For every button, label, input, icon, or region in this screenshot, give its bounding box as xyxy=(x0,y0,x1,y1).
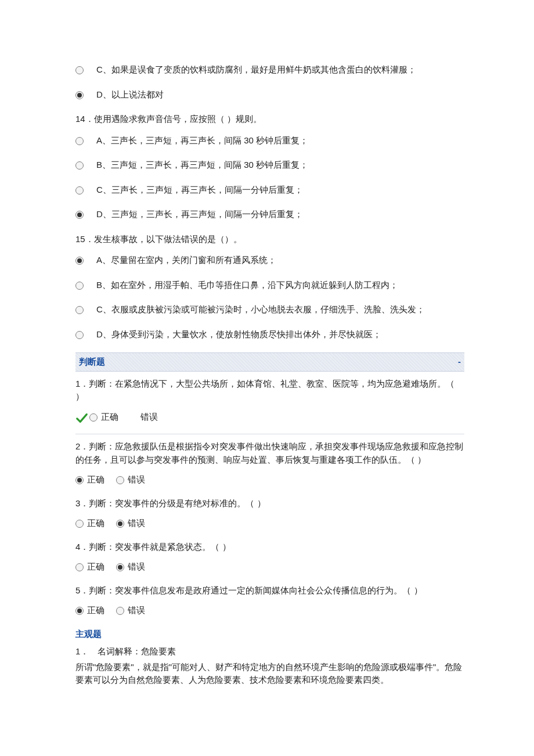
judge-section-title: 判断题 xyxy=(79,355,105,369)
true-label: 正确 xyxy=(87,604,104,617)
radio-icon-selected[interactable] xyxy=(75,257,84,265)
q15-stem: 15．发生核事故，以下做法错误的是（）。 xyxy=(75,233,464,246)
page: C、如果是误食了变质的饮料或防腐剂，最好是用鲜牛奶或其他含蛋白的饮料灌服； D、… xyxy=(0,0,534,724)
radio-icon-selected[interactable] xyxy=(116,520,124,528)
check-icon xyxy=(75,412,88,424)
radio-icon-selected[interactable] xyxy=(75,91,84,99)
subjective-section-title: 主观题 xyxy=(75,628,464,641)
subj1-body: 所谓"危险要素"，就是指"可能对人、财产和特定地方的自然环境产生影响的危险源或极… xyxy=(75,661,464,687)
option-text: C、如果是误食了变质的饮料或防腐剂，最好是用鲜牛奶或其他含蛋白的饮料灌服； xyxy=(96,63,416,77)
false-label: 错误 xyxy=(128,473,145,487)
radio-icon[interactable] xyxy=(75,66,84,74)
radio-icon[interactable] xyxy=(75,563,84,571)
q15-option-b[interactable]: B、如在室外，用湿手帕、毛巾等捂住口鼻，沿下风方向就近躲到人防工程内； xyxy=(75,279,464,292)
j2-stem: 2．判断：应急救援队伍是根据指令对突发事件做出快速响应，承担突发事件现场应急救援… xyxy=(75,440,464,466)
radio-icon-selected[interactable] xyxy=(75,211,84,219)
option-text: A、尽量留在室内，关闭门窗和所有通风系统； xyxy=(96,254,276,267)
true-label: 正确 xyxy=(87,473,104,487)
false-label: 错误 xyxy=(128,517,145,530)
q15-option-d[interactable]: D、身体受到污染，大量饮水，使放射性物质尽快排出体外，并尽快就医； xyxy=(75,328,464,341)
j1-stem: 1．判断：在紧急情况下，大型公共场所，如体育馆、礼堂、教室、医院等，均为应急避难… xyxy=(75,377,464,404)
j4-answer-row: 正确 错误 xyxy=(75,560,464,574)
radio-icon-selected[interactable] xyxy=(116,563,124,571)
radio-icon[interactable] xyxy=(116,607,124,615)
true-label: 正确 xyxy=(87,517,104,530)
option-text: D、身体受到污染，大量饮水，使放射性物质尽快排出体外，并尽快就医； xyxy=(96,328,381,341)
j5-stem: 5．判断：突发事件信息发布是政府通过一定的新闻媒体向社会公众传播信息的行为。（ … xyxy=(75,584,464,597)
radio-icon[interactable] xyxy=(75,161,84,170)
j3-stem: 3．判断：突发事件的分级是有绝对标准的。（ ） xyxy=(75,497,464,510)
radio-icon[interactable] xyxy=(75,282,84,290)
option-text: C、三声长，三声短，再三声长，间隔一分钟后重复； xyxy=(96,183,303,197)
subj1-stem: 1． 名词解释：危险要素 xyxy=(75,645,464,658)
radio-icon-selected[interactable] xyxy=(75,476,84,484)
option-text: D、三声短，三声长，再三声短，间隔一分钟后重复； xyxy=(96,208,303,221)
option-text: D、以上说法都对 xyxy=(96,88,164,102)
radio-icon[interactable] xyxy=(75,520,84,528)
j4-stem: 4．判断：突发事件就是紧急状态。（ ） xyxy=(75,541,464,554)
option-text: B、如在室外，用湿手帕、毛巾等捂住口鼻，沿下风方向就近躲到人防工程内； xyxy=(96,279,398,292)
j5-answer-row: 正确 错误 xyxy=(75,604,464,617)
option-text: B、三声短，三声长，再三声短，间隔 30 秒钟后重复； xyxy=(96,159,308,172)
radio-icon[interactable] xyxy=(75,186,84,195)
radio-icon[interactable] xyxy=(75,331,84,339)
judge-section-header: 判断题 - xyxy=(75,352,464,372)
radio-icon[interactable] xyxy=(75,137,84,145)
q14-option-d[interactable]: D、三声短，三声长，再三声短，间隔一分钟后重复； xyxy=(75,208,464,221)
false-label: 错误 xyxy=(128,560,145,574)
q15-option-a[interactable]: A、尽量留在室内，关闭门窗和所有通风系统； xyxy=(75,254,464,267)
radio-icon[interactable] xyxy=(116,476,124,484)
false-label: 错误 xyxy=(128,604,145,617)
q14-option-a[interactable]: A、三声长，三声短，再三声长，间隔 30 秒钟后重复； xyxy=(75,134,464,147)
q13-option-d[interactable]: D、以上说法都对 xyxy=(75,88,464,102)
false-label: 错误 xyxy=(140,411,158,424)
q14-stem: 14．使用遇险求救声音信号，应按照（ ）规则。 xyxy=(75,113,464,126)
radio-icon[interactable] xyxy=(75,306,84,314)
q13-option-c[interactable]: C、如果是误食了变质的饮料或防腐剂，最好是用鲜牛奶或其他含蛋白的饮料灌服； xyxy=(75,63,464,77)
j3-answer-row: 正确 错误 xyxy=(75,517,464,530)
radio-icon-selected[interactable] xyxy=(75,607,84,615)
true-label: 正确 xyxy=(101,411,118,424)
j2-answer-row: 正确 错误 xyxy=(75,473,464,487)
radio-icon[interactable] xyxy=(89,413,98,422)
option-text: C、衣服或皮肤被污染或可能被污染时，小心地脱去衣服，仔细洗手、洗脸、洗头发； xyxy=(96,303,425,316)
j1-answer-row: 正确 错误 xyxy=(75,411,464,424)
q15-option-c[interactable]: C、衣服或皮肤被污染或可能被污染时，小心地脱去衣服，仔细洗手、洗脸、洗头发； xyxy=(75,303,464,316)
collapse-icon[interactable]: - xyxy=(458,355,461,369)
option-text: A、三声长，三声短，再三声长，间隔 30 秒钟后重复； xyxy=(96,134,308,147)
divider xyxy=(75,434,464,434)
q14-option-b[interactable]: B、三声短，三声长，再三声短，间隔 30 秒钟后重复； xyxy=(75,159,464,172)
true-label: 正确 xyxy=(87,560,104,574)
q14-option-c[interactable]: C、三声长，三声短，再三声长，间隔一分钟后重复； xyxy=(75,183,464,197)
